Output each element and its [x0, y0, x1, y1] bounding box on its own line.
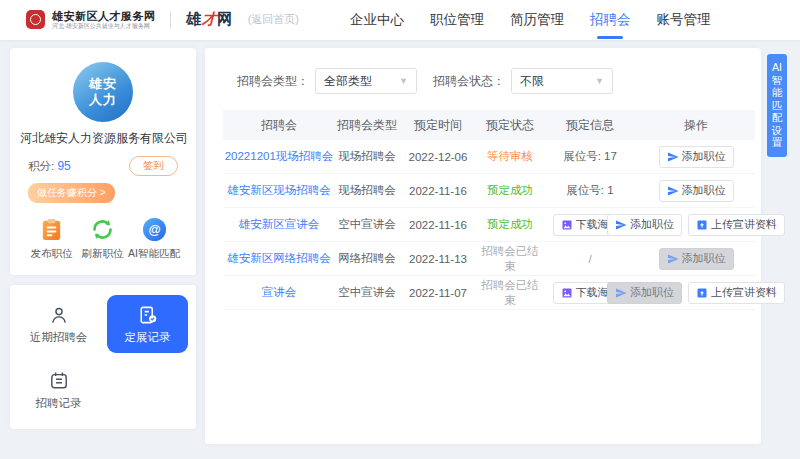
checkin-button[interactable]: 签到 — [129, 156, 178, 176]
xiongcai-logo-char: 雄 — [186, 10, 202, 29]
add-job-button[interactable]: 添加职位 — [607, 214, 682, 236]
column-header: 预定时间 — [399, 117, 477, 134]
fair-name-cell: 雄安新区宣讲会 — [223, 217, 335, 232]
booking-status-cell: 招聘会已结束 — [477, 244, 543, 274]
refresh-icon — [90, 217, 115, 242]
table-row: 雄安新区现场招聘会现场招聘会2022-11-16预定成功展位号: 1添加职位 — [223, 174, 755, 208]
booking-doc-icon — [137, 304, 159, 326]
button-label: 添加职位 — [682, 183, 726, 198]
table-row: 宣讲会空中宣讲会2022-11-07招聘会已结束下载海报添加职位上传宣讲资料 — [223, 276, 755, 310]
booth-info: 展位号: 1 — [566, 183, 613, 198]
fair-type-cell: 网络招聘会 — [335, 251, 399, 266]
fair-type-cell: 现场招聘会 — [335, 149, 399, 164]
fair-status-label: 招聘会状态： — [433, 73, 505, 90]
booking-info-cell: 展位号: 17 — [543, 149, 637, 164]
fair-type-select[interactable]: 全部类型 ▼ — [315, 68, 417, 94]
add-job-button[interactable]: 添加职位 — [659, 146, 734, 168]
fair-type-value: 全部类型 — [324, 73, 372, 90]
record-list-icon — [48, 370, 70, 392]
actions-cell: 添加职位 — [637, 146, 755, 168]
filters-row: 招聘会类型： 全部类型 ▼ 招聘会状态： 不限 ▼ — [237, 68, 755, 94]
booking-time-cell: 2022-11-16 — [399, 219, 477, 231]
points: 积分: 95 — [28, 159, 71, 174]
add-job-button[interactable]: 添加职位 — [659, 180, 734, 202]
company-avatar: 雄安 人力 — [73, 62, 133, 122]
quick-action-发布职位[interactable]: 发布职位 — [26, 217, 77, 261]
fair-table: 招聘会招聘会类型预定时间预定状态预定信息操作 20221201现场招聘会现场招聘… — [223, 110, 755, 310]
quick-action-label: 发布职位 — [31, 247, 73, 261]
actions-cell: 添加职位 — [637, 180, 755, 202]
quick-action-label: AI智能匹配 — [128, 247, 180, 261]
sidebar: 雄安 人力 河北雄安人力资源服务有限公司 积分: 95 签到 做任务赚积分 > … — [10, 48, 196, 429]
quick-actions: 发布职位刷新职位@AI智能匹配 — [20, 207, 186, 263]
status-text: 招聘会已结束 — [477, 244, 543, 274]
booth-info: 展位号: 17 — [563, 149, 617, 164]
brand-seal-icon — [26, 10, 45, 29]
fair-type-filter: 招聘会类型： 全部类型 ▼ — [237, 68, 417, 94]
nav-item-招聘会[interactable]: 招聘会 — [590, 0, 631, 40]
back-home-link[interactable]: (返回首页) — [248, 12, 299, 27]
booking-status-cell: 预定成功 — [477, 183, 543, 198]
chevron-down-icon: ▼ — [595, 76, 604, 86]
fair-type-label: 招聘会类型： — [237, 73, 309, 90]
add-job-button[interactable]: 添加职位 — [607, 282, 682, 304]
fair-link[interactable]: 20221201现场招聘会 — [225, 149, 334, 164]
sidebar-item-招聘记录[interactable]: 招聘记录 — [18, 361, 99, 419]
fair-name-cell: 雄安新区现场招聘会 — [223, 183, 335, 198]
fair-status-select[interactable]: 不限 ▼ — [511, 68, 613, 94]
nav-item-企业中心[interactable]: 企业中心 — [350, 0, 404, 40]
add-job-button[interactable]: 添加职位 — [659, 248, 734, 270]
ai-match-icon: @ — [142, 217, 167, 242]
button-label: 添加职位 — [682, 251, 726, 266]
status-text: 预定成功 — [487, 217, 533, 232]
svg-text:@: @ — [148, 223, 160, 237]
fair-status-value: 不限 — [520, 73, 544, 90]
plane-icon — [667, 185, 679, 197]
ai-match-settings-char: AI — [772, 61, 782, 74]
quick-action-AI智能匹配[interactable]: @AI智能匹配 — [128, 217, 180, 261]
booth-info: / — [588, 253, 591, 265]
main-content: 招聘会类型： 全部类型 ▼ 招聘会状态： 不限 ▼ 招聘会招聘会类型预定时间预定… — [205, 48, 761, 444]
table-row: 雄安新区宣讲会空中宣讲会2022-11-16预定成功下载海报添加职位上传宣讲资料 — [223, 208, 755, 242]
nav-item-简历管理[interactable]: 简历管理 — [510, 0, 564, 40]
plane-icon — [667, 253, 679, 265]
poster-icon — [561, 219, 573, 231]
nav-item-职位管理[interactable]: 职位管理 — [430, 0, 484, 40]
booking-info-cell: / — [543, 253, 637, 265]
points-value: 95 — [57, 159, 70, 173]
column-header: 招聘会类型 — [335, 117, 399, 134]
ai-match-settings-tab[interactable]: AI智能匹配设置 — [767, 54, 787, 157]
column-header: 预定信息 — [543, 117, 637, 134]
quick-action-刷新职位[interactable]: 刷新职位 — [77, 217, 128, 261]
column-header: 操作 — [637, 117, 755, 134]
button-label: 添加职位 — [630, 285, 674, 300]
quick-action-label: 刷新职位 — [82, 247, 124, 261]
company-name: 河北雄安人力资源服务有限公司 — [20, 130, 186, 147]
main-nav: 企业中心职位管理简历管理招聘会账号管理 — [337, 0, 724, 40]
upload-material-button[interactable]: 上传宣讲资料 — [688, 282, 785, 304]
ai-match-settings-char: 置 — [772, 136, 783, 149]
booking-status-cell: 招聘会已结束 — [477, 278, 543, 308]
upload-icon — [696, 287, 708, 299]
upload-icon — [696, 219, 708, 231]
brand-subtitle: 河北·雄安新区公共就业与人才服务网 — [52, 23, 150, 30]
upload-material-button[interactable]: 上传宣讲资料 — [688, 214, 785, 236]
button-label: 添加职位 — [682, 149, 726, 164]
ai-match-settings-char: 匹 — [772, 99, 783, 112]
sidebar-item-近期招聘会[interactable]: 近期招聘会 — [18, 295, 99, 353]
fair-link[interactable]: 宣讲会 — [262, 285, 297, 300]
fair-link[interactable]: 雄安新区网络招聘会 — [227, 251, 331, 266]
fair-name-cell: 雄安新区网络招聘会 — [223, 251, 335, 266]
fair-link[interactable]: 雄安新区宣讲会 — [239, 217, 320, 232]
fair-link[interactable]: 雄安新区现场招聘会 — [227, 183, 331, 198]
booking-time-cell: 2022-12-06 — [399, 151, 477, 163]
status-text: 等待审核 — [487, 149, 533, 164]
nav-item-账号管理[interactable]: 账号管理 — [657, 0, 711, 40]
booking-time-cell: 2022-11-16 — [399, 185, 477, 197]
brand-divider — [170, 11, 171, 29]
sidebar-item-定展记录[interactable]: 定展记录 — [107, 295, 188, 353]
sidebar-item-label: 招聘记录 — [36, 396, 82, 411]
earn-points-button[interactable]: 做任务赚积分 > — [28, 183, 115, 203]
booking-time-cell: 2022-11-07 — [399, 287, 477, 299]
column-header: 预定状态 — [477, 117, 543, 134]
